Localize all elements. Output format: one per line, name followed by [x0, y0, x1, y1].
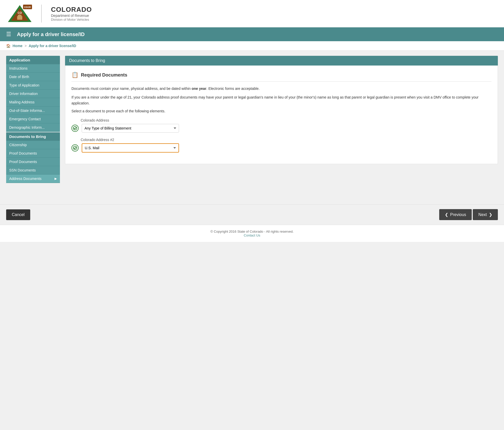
nav-title: Apply for a driver license/ID: [17, 31, 85, 37]
content-area: Documents to Bring 📋 Required Documents …: [65, 56, 498, 199]
nav-button-group: ❮ Previous Next ❯: [439, 209, 498, 220]
division-name: Division of Motor Vehicles: [51, 18, 92, 22]
previous-icon: ❮: [445, 212, 448, 217]
svg-rect-3: [18, 15, 22, 17]
doc-field-address2: Colorado Address #2 Any Type of Billing …: [71, 138, 491, 153]
doc-description-1: Documents must contain your name, physic…: [71, 86, 491, 91]
home-icon: 🏠: [6, 44, 10, 48]
sidebar-item-address[interactable]: Address Documents: [6, 175, 60, 183]
desc1-text: Documents must contain your name, physic…: [71, 87, 192, 91]
address1-select[interactable]: Any Type of Billing Statement U.S. Mail …: [82, 124, 179, 133]
logo-divider: [41, 5, 42, 23]
contact-us-link[interactable]: Contact Us: [244, 233, 260, 237]
section-body: 📋 Required Documents Documents must cont…: [65, 66, 498, 164]
previous-label: Previous: [450, 212, 466, 217]
required-docs-header: 📋 Required Documents: [71, 72, 491, 82]
sidebar-item-ssn[interactable]: SSN Documents: [6, 166, 60, 175]
doc-field-row-address2: Any Type of Billing Statement U.S. Mail …: [71, 143, 491, 153]
previous-button[interactable]: ❮ Previous: [439, 209, 472, 220]
sidebar-group-docs: Documents to Bring: [6, 132, 60, 141]
check-icon-address1: [71, 125, 79, 132]
sidebar-item-mailing[interactable]: Mailing Address: [6, 98, 60, 106]
sidebar-item-emergency[interactable]: Emergency Contact: [6, 115, 60, 123]
breadcrumb: 🏠 Home > Apply for a driver license/ID: [0, 41, 504, 51]
sidebar-item-instructions[interactable]: Instructions: [6, 64, 60, 73]
co-logo: CO CDOR: [8, 5, 32, 23]
sidebar-item-citizenship[interactable]: Citizenship: [6, 141, 60, 149]
doc-field-label-address2: Colorado Address #2: [81, 138, 491, 142]
svg-text:CDOR: CDOR: [24, 6, 31, 8]
sidebar-item-type[interactable]: Type of Application: [6, 81, 60, 90]
breadcrumb-separator: >: [25, 44, 27, 48]
sidebar-group-application: Application: [6, 56, 60, 64]
main-layout: Application Instructions Date of Birth T…: [0, 51, 504, 204]
desc1-bold: one year: [192, 87, 206, 91]
header-logo: CO CDOR COLORADO Department of Revenue D…: [8, 5, 92, 23]
breadcrumb-current: Apply for a driver license/ID: [29, 44, 76, 48]
sidebar-item-proof1[interactable]: Proof Documents: [6, 149, 60, 158]
footer-buttons: Cancel ❮ Previous Next ❯: [0, 204, 504, 225]
state-name: COLORADO: [51, 6, 92, 14]
menu-icon[interactable]: ☰: [6, 31, 11, 38]
sidebar-item-dob[interactable]: Date of Birth: [6, 73, 60, 81]
header-text: COLORADO Department of Revenue Division …: [51, 6, 92, 22]
copyright-text: © Copyright 2016 State of Colorado - All…: [5, 230, 499, 233]
doc-field-label-address1: Colorado Address: [81, 118, 491, 122]
page-footer: © Copyright 2016 State of Colorado - All…: [0, 225, 504, 242]
cancel-button[interactable]: Cancel: [6, 209, 30, 220]
sidebar-item-oos[interactable]: Out-of-State Informa...: [6, 106, 60, 115]
dept-name: Department of Revenue: [51, 14, 92, 18]
sidebar: Application Instructions Date of Birth T…: [6, 56, 60, 199]
document-icon: 📋: [71, 72, 78, 78]
doc-field-address1: Colorado Address Any Type of Billing Sta…: [71, 118, 491, 133]
address2-select[interactable]: Any Type of Billing Statement U.S. Mail …: [82, 143, 179, 153]
desc1-end: . Electronic forms are acceptable.: [206, 87, 260, 91]
doc-field-row-address1: Any Type of Billing Statement U.S. Mail …: [71, 124, 491, 133]
next-button[interactable]: Next ❯: [473, 209, 498, 220]
svg-text:CO: CO: [18, 11, 22, 14]
breadcrumb-home[interactable]: Home: [13, 44, 23, 48]
section-header: Documents to Bring: [65, 56, 498, 66]
required-docs-title: Required Documents: [81, 72, 127, 78]
doc-instruction: Select a document to prove each of the f…: [71, 109, 491, 113]
navbar: ☰ Apply for a driver license/ID: [0, 27, 504, 41]
doc-description-2: If you are a minor under the age of 21, …: [71, 94, 491, 106]
page-header: CO CDOR COLORADO Department of Revenue D…: [0, 0, 504, 27]
next-icon: ❯: [489, 212, 492, 217]
next-label: Next: [478, 212, 487, 217]
sidebar-item-driver-info[interactable]: Driver Information: [6, 90, 60, 98]
sidebar-item-proof2[interactable]: Proof Documents: [6, 158, 60, 166]
check-icon-address2: [71, 144, 79, 152]
sidebar-item-demographic[interactable]: Demographic Inform...: [6, 123, 60, 132]
